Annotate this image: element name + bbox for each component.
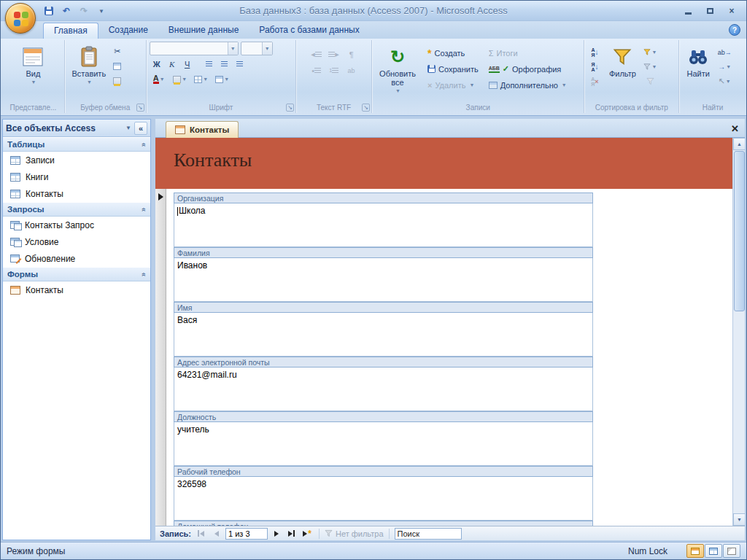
toggle-filter-button[interactable] — [643, 74, 657, 88]
italic-button[interactable]: К — [165, 57, 179, 71]
more-records-button[interactable]: Дополнительно▼ — [486, 77, 570, 93]
find-button[interactable]: Найти — [682, 42, 714, 79]
document-tab-contacts[interactable]: Контакты — [166, 121, 239, 138]
bullets-button[interactable]: • — [309, 63, 324, 77]
underline-button[interactable]: Ч — [180, 57, 195, 71]
gridlines-button[interactable]: ▼ — [192, 72, 211, 86]
bold-button[interactable]: Ж — [150, 57, 164, 71]
tab-dbtools[interactable]: Работа с базами данных — [249, 23, 369, 39]
font-dialog-launcher[interactable] — [286, 104, 294, 112]
clear-sort-button[interactable]: АЯ — [587, 74, 602, 88]
replace-button[interactable]: ab→ — [717, 45, 732, 59]
totals-button[interactable]: Итоги — [486, 45, 570, 61]
filter-button[interactable]: Фильтр — [605, 42, 640, 79]
decrease-indent-button[interactable]: ◂ — [309, 47, 324, 61]
record-selector-column[interactable] — [155, 189, 166, 526]
arrow-icon: → — [725, 49, 732, 56]
nav-item[interactable]: Контакты — [3, 281, 150, 298]
text-highlight-button[interactable]: ab — [344, 63, 359, 77]
field-input[interactable]: Вася — [174, 313, 593, 357]
nav-section-header[interactable]: Запросы» — [3, 202, 150, 217]
cut-button[interactable]: ✂ — [110, 44, 125, 58]
new-record-button[interactable]: *Создать — [425, 45, 481, 61]
field-label: Должность — [174, 411, 593, 422]
table-icon — [10, 190, 20, 198]
scroll-down-button[interactable]: ▼ — [733, 513, 745, 526]
nav-item-label: Обновление — [25, 254, 75, 264]
goto-button[interactable]: →▼ — [717, 60, 732, 74]
vertical-scrollbar[interactable]: ▲ ▼ — [732, 138, 745, 526]
close-button[interactable] — [721, 4, 742, 17]
help-button[interactable]: ? — [729, 24, 740, 36]
font-color-button[interactable]: А▼ — [150, 72, 169, 86]
advanced-filter-button[interactable]: ▼ — [643, 60, 657, 74]
field-input[interactable]: учитель — [174, 422, 593, 466]
office-button[interactable] — [5, 3, 36, 34]
sort-descending-button[interactable]: ЯА↓ — [587, 60, 602, 74]
scrollbar-thumb[interactable] — [734, 151, 745, 311]
new-blank-record-button[interactable]: * — [301, 528, 314, 540]
datasheet-view-button[interactable] — [705, 544, 722, 558]
view-button[interactable]: Вид ▼ — [10, 42, 55, 88]
field-input[interactable]: 64231@mail.ru — [174, 368, 593, 411]
minimize-button[interactable] — [678, 4, 698, 17]
nav-item[interactable]: Обновление — [3, 250, 150, 267]
record-position-box[interactable]: 1 из 3 — [225, 528, 268, 540]
nav-item[interactable]: Контакты — [3, 185, 150, 202]
chevron-down-icon: ▼ — [160, 77, 165, 82]
more-icon — [489, 82, 498, 89]
search-input[interactable]: Поиск — [395, 528, 462, 540]
last-record-button[interactable] — [285, 528, 298, 540]
sort-ascending-button[interactable]: АЯ↓ — [587, 45, 602, 59]
align-center-button[interactable] — [217, 57, 232, 71]
filter-status[interactable]: Нет фильтра — [325, 529, 384, 538]
ribbon-group-font: ▼ ▼ Ж К Ч А▼ ▼ ▼ ▼ — [147, 40, 297, 113]
font-size-combobox[interactable]: ▼ — [241, 42, 273, 55]
nav-item[interactable]: Записи — [3, 152, 150, 168]
clipboard-dialog-launcher[interactable] — [136, 104, 144, 112]
maximize-button[interactable] — [700, 4, 720, 17]
tab-create[interactable]: Создание — [98, 23, 158, 39]
document-close-button[interactable]: ✕ — [731, 125, 739, 133]
selection-filter-button[interactable]: ▼ — [643, 45, 657, 59]
numbering-button[interactable]: 1 — [327, 63, 341, 77]
first-record-button[interactable] — [195, 528, 208, 540]
field-input[interactable]: Школа — [174, 203, 593, 247]
save-record-button[interactable]: Сохранить — [425, 61, 481, 77]
richtext-dialog-launcher[interactable] — [362, 104, 370, 112]
nav-item[interactable]: Книги — [3, 168, 150, 185]
nav-section-header[interactable]: Формы» — [3, 267, 150, 281]
font-name-combobox[interactable]: ▼ — [150, 42, 239, 55]
paste-button[interactable]: Вставить ▼ — [68, 42, 110, 88]
nav-section-header[interactable]: Таблицы» — [3, 137, 150, 152]
align-left-button[interactable] — [202, 57, 217, 71]
increase-indent-button[interactable]: ▸ — [327, 47, 341, 61]
select-button[interactable]: ↖▼ — [717, 74, 732, 88]
form-field: ФамилияИванов — [174, 247, 593, 302]
nav-item[interactable]: Условие — [3, 233, 150, 250]
align-right-button[interactable] — [233, 57, 247, 71]
shutter-bar-button[interactable]: « — [134, 122, 147, 135]
nav-pane-header[interactable]: Все объекты Access ▼ « — [3, 120, 150, 137]
nav-item[interactable]: Контакты Запрос — [3, 217, 150, 233]
check-icon — [503, 64, 509, 74]
alternate-fill-button[interactable]: ▼ — [213, 72, 232, 86]
next-record-button[interactable] — [270, 528, 283, 540]
funnel-icon — [325, 529, 333, 537]
spelling-button[interactable]: АБВОрфография — [486, 61, 570, 77]
copy-button[interactable] — [110, 59, 125, 73]
field-input[interactable]: 326598 — [174, 477, 593, 521]
more-label: Дополнительно — [500, 81, 558, 90]
refresh-all-button[interactable]: Обновить все ▼ — [375, 42, 420, 96]
scroll-up-button[interactable]: ▲ — [733, 138, 745, 150]
fill-color-button[interactable]: ▼ — [171, 72, 190, 86]
format-painter-button[interactable] — [110, 74, 125, 88]
previous-record-button[interactable] — [210, 528, 223, 540]
tab-external[interactable]: Внешние данные — [158, 23, 249, 39]
delete-record-button[interactable]: Удалить▼ — [425, 77, 481, 93]
tab-home[interactable]: Главная — [43, 23, 98, 39]
direction-button[interactable]: ¶ — [344, 47, 359, 61]
design-view-button[interactable] — [723, 544, 740, 558]
field-input[interactable]: Иванов — [174, 258, 593, 302]
form-view-button[interactable] — [686, 544, 704, 558]
